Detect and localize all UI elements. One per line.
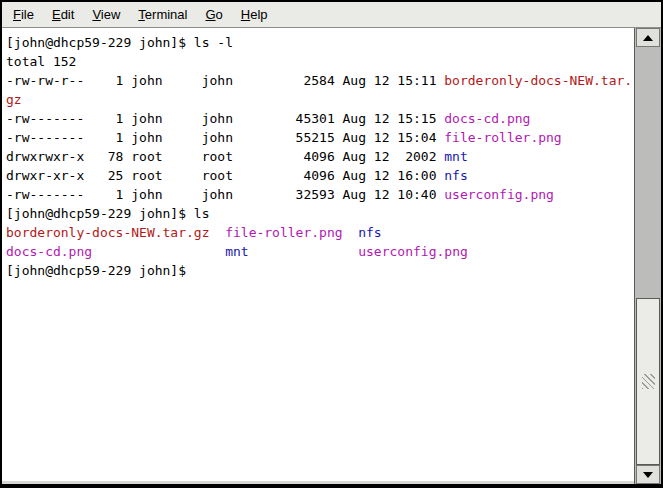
- total-text: total 152: [6, 54, 76, 69]
- menu-view[interactable]: View: [83, 4, 129, 25]
- terminal-line: drwxrwxr-x 78 root root 4096 Aug 12 2002…: [6, 147, 634, 166]
- archive-filename: borderonly-docs-NEW.tar.gz: [6, 225, 210, 240]
- menu-terminal[interactable]: Terminal: [129, 4, 196, 25]
- scroll-up-button[interactable]: [636, 28, 660, 47]
- directory-name: mnt: [444, 149, 467, 164]
- scrollbar-track[interactable]: [636, 47, 660, 465]
- image-filename: file-roller.png: [225, 225, 342, 240]
- menu-help[interactable]: Help: [232, 4, 277, 25]
- terminal-screen[interactable]: [john@dhcp59-229 john]$ ls -l total 152 …: [2, 28, 634, 481]
- image-filename: docs-cd.png: [444, 111, 530, 126]
- terminal-line: -rw------- 1 john john 45301 Aug 12 15:1…: [6, 109, 634, 128]
- up-arrow-icon: [643, 35, 653, 41]
- archive-filename-wrap: gz: [6, 92, 22, 107]
- prompt-command-text: [john@dhcp59-229 john]$ ls: [6, 206, 210, 221]
- menu-go[interactable]: Go: [196, 4, 231, 25]
- terminal-line: -rw------- 1 john john 55215 Aug 12 15:0…: [6, 128, 634, 147]
- terminal-line: docs-cd.png mnt userconfig.png: [6, 242, 634, 261]
- scrollbar[interactable]: [634, 28, 661, 484]
- image-filename: docs-cd.png: [6, 244, 92, 259]
- file-details-text: -rw------- 1 john john 32593 Aug 12 10:4…: [6, 187, 444, 202]
- terminal-line: gz: [6, 90, 634, 109]
- menu-edit[interactable]: Edit: [43, 4, 83, 25]
- terminal-line: -rw------- 1 john john 32593 Aug 12 10:4…: [6, 185, 634, 204]
- terminal-line: [john@dhcp59-229 john]$ ls -l: [6, 33, 634, 52]
- spacer-text: [343, 225, 359, 240]
- file-details-text: -rw-rw-r-- 1 john john 2584 Aug 12 15:11: [6, 73, 444, 88]
- prompt-command-text: [john@dhcp59-229 john]$ ls -l: [6, 35, 233, 50]
- spacer-text: [210, 225, 226, 240]
- thumb-grip-icon: [642, 374, 655, 389]
- image-filename: userconfig.png: [444, 187, 554, 202]
- file-details-text: -rw------- 1 john john 45301 Aug 12 15:1…: [6, 111, 444, 126]
- file-details-text: -rw------- 1 john john 55215 Aug 12 15:0…: [6, 130, 444, 145]
- image-filename: file-roller.png: [444, 130, 561, 145]
- directory-name: mnt: [225, 244, 248, 259]
- terminal-line: [john@dhcp59-229 john]$ ls: [6, 204, 634, 223]
- dir-details-text: drwxr-xr-x 25 root root 4096 Aug 12 16:0…: [6, 168, 444, 183]
- dir-details-text: drwxrwxr-x 78 root root 4096 Aug 12 2002: [6, 149, 444, 164]
- archive-filename: borderonly-docs-NEW.tar.: [444, 73, 632, 88]
- terminal-window: File Edit View Terminal Go Help [john@dh…: [0, 0, 663, 488]
- menubar: File Edit View Terminal Go Help: [2, 2, 661, 28]
- spacer-text: [92, 244, 225, 259]
- scroll-down-button[interactable]: [636, 465, 660, 484]
- window-frame-strip: [2, 481, 661, 484]
- spacer-text: [249, 244, 359, 259]
- terminal-line: total 152: [6, 52, 634, 71]
- directory-name: nfs: [358, 225, 381, 240]
- terminal-line: [john@dhcp59-229 john]$: [6, 261, 634, 280]
- prompt-text: [john@dhcp59-229 john]$: [6, 263, 194, 278]
- terminal-line: drwxr-xr-x 25 root root 4096 Aug 12 16:0…: [6, 166, 634, 185]
- terminal-line: -rw-rw-r-- 1 john john 2584 Aug 12 15:11…: [6, 71, 634, 90]
- terminal-line: borderonly-docs-NEW.tar.gz file-roller.p…: [6, 223, 634, 242]
- menu-file[interactable]: File: [4, 4, 43, 25]
- directory-name: nfs: [444, 168, 467, 183]
- scrollbar-thumb[interactable]: [636, 298, 660, 465]
- image-filename: userconfig.png: [358, 244, 468, 259]
- down-arrow-icon: [643, 472, 653, 478]
